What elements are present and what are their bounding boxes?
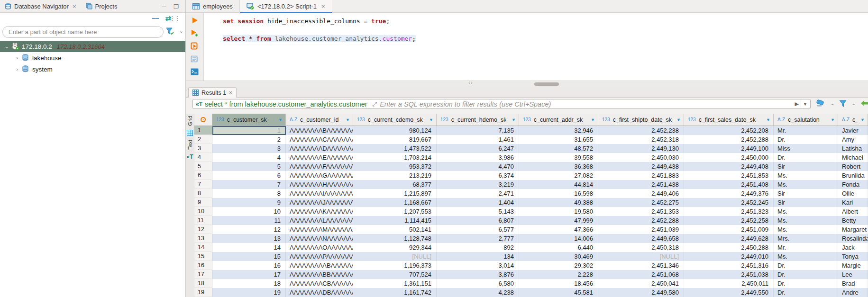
grid-cell[interactable]: Mr. [774, 126, 838, 135]
grid-cell[interactable]: 2,450,288 [684, 243, 774, 252]
row-number[interactable]: 12 [194, 225, 212, 234]
grid-cell[interactable]: 6,247 [437, 144, 519, 153]
sql-code-area[interactable]: set session hide_inaccessible_columns = … [204, 13, 868, 81]
execute-statement-icon[interactable] [191, 17, 199, 24]
tree-item-system[interactable]: › system [0, 63, 185, 75]
grid-cell[interactable]: AAAAAAAAJAAAAAAA [286, 198, 353, 207]
grid-cell[interactable]: 19,580 [519, 207, 598, 216]
grid-cell[interactable]: 1,461 [437, 135, 519, 144]
grid-cell[interactable]: 819,667 [353, 135, 437, 144]
grid-cell[interactable]: Andre [838, 288, 868, 297]
tab-employees[interactable]: employees [186, 0, 240, 13]
grid-cell[interactable]: Ms. [774, 252, 838, 261]
grid-cell[interactable]: 6,580 [437, 279, 519, 288]
row-number[interactable]: 4 [194, 153, 212, 162]
grid-cell[interactable]: 5,143 [437, 207, 519, 216]
grid-cell[interactable]: Karl [838, 198, 868, 207]
grid-cell[interactable]: AAAAAAAALAAAAAAA [286, 216, 353, 225]
collapse-all-icon[interactable]: −− [152, 15, 158, 22]
grid-cell[interactable]: 12 [212, 225, 286, 234]
grid-cell[interactable]: Mrs. [774, 234, 838, 243]
grid-cell[interactable]: 2,452,258 [684, 216, 774, 225]
grid-cell[interactable]: Ms. [774, 225, 838, 234]
grid-cell[interactable]: 27,082 [519, 171, 598, 180]
grid-cell[interactable]: 13 [212, 234, 286, 243]
grid-cell[interactable]: Ms. [774, 216, 838, 225]
grid-cell[interactable]: 2,452,208 [684, 126, 774, 135]
grid-cell[interactable]: 1,215,897 [353, 189, 437, 198]
grid-cell[interactable]: 2,449,580 [598, 288, 684, 297]
grid-cell[interactable]: AAAAAAAACAAAAAAA [286, 135, 353, 144]
grid-cell[interactable]: 7 [212, 180, 286, 189]
grid-cell[interactable]: Sir [774, 198, 838, 207]
grid-cell[interactable]: 2,450,000 [684, 153, 774, 162]
grid-cell[interactable]: Lee [838, 270, 868, 279]
grid-cell[interactable]: 2,451,038 [684, 270, 774, 279]
chevron-right-icon[interactable]: › [13, 66, 21, 72]
grid-cell[interactable]: 1,114,415 [353, 216, 437, 225]
apply-filter-icon[interactable]: ▶ [795, 101, 799, 107]
grid-cell[interactable]: Fonda [838, 180, 868, 189]
column-menu-arrow-icon[interactable]: ▼ [674, 117, 681, 122]
chevron-expanded-icon[interactable]: ⌄ [3, 44, 10, 50]
grid-presentation-icon[interactable] [187, 130, 193, 136]
row-number[interactable]: 18 [194, 279, 212, 288]
grid-cell[interactable]: 1,404 [437, 198, 519, 207]
column-menu-arrow-icon[interactable]: ▼ [343, 117, 350, 122]
toolbar-handle-icon[interactable]: ⋮⋮ [169, 15, 180, 22]
grid-cell[interactable]: 4 [212, 153, 286, 162]
grid-cell[interactable]: 2,451,346 [598, 261, 684, 270]
row-number[interactable]: 1 [194, 126, 212, 135]
column-header-c_customer_sk[interactable]: 123c_customer_sk▼ [212, 114, 286, 126]
grid-cell[interactable]: 4,470 [437, 162, 519, 171]
grid-cell[interactable]: Rosalinda [838, 234, 868, 243]
grid-cell[interactable]: 31,655 [519, 135, 598, 144]
column-menu-arrow-icon[interactable]: ▼ [588, 117, 595, 122]
grid-cell[interactable]: Brunilda [838, 171, 868, 180]
grid-cell[interactable]: Margaret [838, 225, 868, 234]
grid-cell[interactable]: 5 [212, 162, 286, 171]
grid-cell[interactable]: AAAAAAAAGAAAAAAA [286, 171, 353, 180]
grid-cell[interactable]: 2,451,438 [598, 180, 684, 189]
grid-cell[interactable]: 36,368 [519, 162, 598, 171]
grid-cell[interactable]: Dr. [774, 270, 838, 279]
grid-cell[interactable]: 2,451,883 [598, 171, 684, 180]
row-number[interactable]: 11 [194, 216, 212, 225]
grid-cell[interactable]: Michael [838, 153, 868, 162]
grid-cell[interactable]: 2,449,130 [598, 144, 684, 153]
grid-cell[interactable]: 2 [212, 135, 286, 144]
grid-cell[interactable]: 2,449,408 [684, 162, 774, 171]
grid-cell[interactable]: AAAAAAAAOAAAAAAA [286, 243, 353, 252]
row-number[interactable]: 17 [194, 270, 212, 279]
column-header-c_current_cdemo_sk[interactable]: 123c_current_cdemo_sk▼ [353, 114, 437, 126]
grid-cell[interactable]: 3 [212, 144, 286, 153]
grid-cell[interactable]: Mr. [774, 243, 838, 252]
grid-cell[interactable]: 10 [212, 207, 286, 216]
grid-cell[interactable]: Jack [838, 243, 868, 252]
tab-script-1[interactable]: <172.18.0.2> Script-1 × [240, 0, 332, 13]
chevron-down-icon[interactable]: ⌄ [831, 101, 834, 106]
grid-cell[interactable]: AAAAAAAANAAAAAAA [286, 234, 353, 243]
row-number[interactable]: 13 [194, 234, 212, 243]
editor-results-splitter[interactable]: ‹› [186, 81, 868, 87]
grid-cell[interactable]: Dr. [774, 153, 838, 162]
grid-cell[interactable]: 45,581 [519, 288, 598, 297]
grid-cell[interactable]: 2,450,011 [684, 279, 774, 288]
grid-presentation-tab[interactable]: Grid [187, 116, 193, 126]
chevron-right-icon[interactable]: › [13, 55, 21, 61]
row-number[interactable]: 2 [194, 135, 212, 144]
grid-cell[interactable]: AAAAAAAAEAAAAAAA [286, 153, 353, 162]
grid-cell[interactable]: 2,451,316 [684, 261, 774, 270]
grid-cell[interactable]: 929,344 [353, 243, 437, 252]
grid-cell[interactable]: AAAAAAAADBAAAAAA [286, 288, 353, 297]
column-menu-arrow-icon[interactable]: ▼ [275, 117, 283, 122]
grid-cell[interactable]: 6 [212, 171, 286, 180]
grid-cell[interactable]: 6,374 [437, 171, 519, 180]
grid-cell[interactable]: AAAAAAAAHAAAAAAA [286, 180, 353, 189]
clear-filter-icon[interactable] [815, 99, 826, 107]
row-number[interactable]: 6 [194, 171, 212, 180]
grid-cell[interactable]: [NULL] [598, 252, 684, 261]
grid-cell[interactable]: 2,449,100 [684, 144, 774, 153]
output-console-icon[interactable] [191, 68, 199, 75]
row-number[interactable]: 5 [194, 162, 212, 171]
